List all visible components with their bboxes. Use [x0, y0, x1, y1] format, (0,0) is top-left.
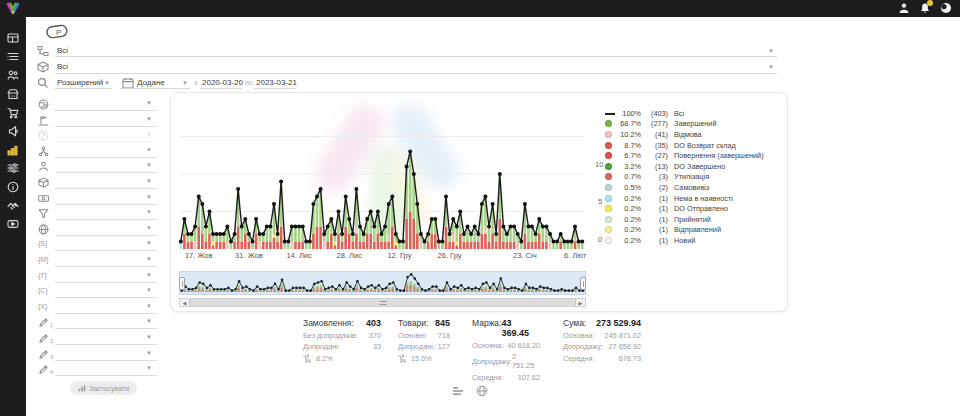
chevron-down-icon: ▼ — [146, 272, 152, 278]
legend-percent: 6.7% — [615, 151, 641, 160]
legend-item[interactable]: 10.2%(41)Відмова — [605, 129, 783, 140]
dropdown-field[interactable] — [55, 219, 157, 220]
sidebar-item-dashboard[interactable] — [0, 29, 26, 48]
legend-percent: 0.2% — [615, 204, 641, 213]
list-view-icon[interactable] — [452, 385, 464, 397]
dropdown-field[interactable] — [55, 157, 157, 158]
legend-label: Утилізація — [674, 172, 709, 181]
legend-item[interactable]: 3.2%(13)DO Завершено — [605, 161, 783, 172]
x-tick-label: 31. Жов — [235, 251, 263, 260]
dropdown-field[interactable] — [55, 360, 157, 361]
legend-item[interactable]: 0.5%(2)Самовивіз — [605, 182, 783, 193]
legend-dot-swatch — [605, 120, 615, 127]
orders-timeline-chart[interactable] — [179, 101, 593, 259]
date-from-input[interactable]: 2020-03-20 — [202, 78, 243, 87]
partners — [7, 200, 19, 212]
search-mode-select[interactable]: Розширений — [57, 78, 103, 87]
dropdown-field[interactable] — [55, 344, 157, 345]
stat-sub-row: Допродажу:27 658.92 — [563, 342, 641, 351]
chevron-down-icon: ▼ — [146, 194, 152, 200]
stat-sub-row: Основні:718 — [398, 331, 450, 340]
legend-percent: 100% — [615, 109, 641, 118]
stat-title: Сума: — [563, 318, 586, 328]
dropdown-field[interactable] — [55, 375, 157, 376]
dropdown-field[interactable] — [55, 188, 157, 189]
dropdown-field[interactable] — [55, 204, 157, 205]
dropdown-field[interactable] — [55, 328, 157, 329]
legend-item[interactable]: 0.2%(1)Прийнятий — [605, 214, 783, 225]
sidebar-item-store[interactable] — [0, 85, 26, 104]
dropdown-field[interactable] — [55, 266, 157, 267]
avatar-icon[interactable] — [940, 2, 952, 14]
dropdown-field[interactable] — [55, 235, 157, 236]
legend-item[interactable]: 68.7%(277)Завершений — [605, 119, 783, 130]
chart-legend: 100%(403)Всі68.7%(277)Завершений10.2%(41… — [605, 108, 783, 246]
legend-dot-swatch — [605, 152, 615, 159]
legend-item[interactable]: 100%(403)Всі — [605, 108, 783, 119]
legend-item[interactable]: 0.2%(1)Новий — [605, 235, 783, 246]
stat-sub-row: 8.2% — [303, 354, 381, 363]
sidebar-item-users[interactable] — [0, 66, 26, 85]
date-field-select[interactable]: Додане — [137, 78, 165, 87]
stat-sub-value: 107.62 — [518, 373, 540, 382]
chat-p-icon[interactable]: P — [44, 24, 70, 40]
chevron-down-icon: ▼ — [146, 240, 152, 246]
sidebar-item-partners[interactable] — [0, 196, 26, 215]
globe-marker-icon — [38, 99, 49, 110]
legend-percent: 0.5% — [615, 183, 641, 192]
question-icon — [38, 130, 49, 141]
user-icon[interactable] — [898, 2, 910, 14]
legend-item[interactable]: 0.2%(1)Відправлений — [605, 225, 783, 236]
apply-filters-button[interactable]: Застосувати — [70, 381, 137, 395]
sidebar-item-cart[interactable] — [0, 103, 26, 122]
dropdown-field[interactable] — [55, 297, 157, 298]
chart-icon — [78, 384, 86, 392]
navigator-left-handle[interactable] — [179, 277, 185, 290]
sidebar-item-announcements[interactable] — [0, 122, 26, 141]
dropdown-field[interactable] — [55, 141, 157, 142]
legend-count: (1) — [641, 225, 668, 234]
dropdown-field[interactable] — [55, 282, 157, 283]
sidebar-item-video-tutorials[interactable] — [0, 215, 26, 234]
chart-scrollbar[interactable]: ◀ ▶ — [179, 298, 586, 307]
scrollbar-thumb[interactable] — [189, 299, 576, 306]
orders-list — [7, 51, 19, 63]
navigator-right-handle[interactable] — [580, 277, 586, 290]
dropdown-field[interactable] — [55, 313, 157, 314]
dropdown-field[interactable] — [55, 172, 157, 173]
globe-view-icon[interactable] — [476, 385, 488, 397]
legend-dot-swatch — [605, 226, 615, 233]
legend-count: (13) — [641, 162, 668, 171]
x-tick-label: 28. Лис — [337, 251, 362, 260]
chart-navigator[interactable] — [179, 271, 586, 295]
chevron-down-icon: ▼ — [146, 131, 152, 137]
bell-icon[interactable] — [919, 2, 931, 14]
app-logo-icon[interactable] — [6, 2, 20, 15]
legend-item[interactable]: 0.2%(1)Нема в наявності — [605, 193, 783, 204]
settings-sliders — [7, 162, 19, 174]
sidebar-item-orders-list[interactable] — [0, 48, 26, 67]
dropdown-field[interactable] — [55, 110, 157, 111]
legend-percent: 0.2% — [615, 236, 641, 245]
users — [7, 69, 19, 81]
scroll-left-arrow-icon[interactable]: ◀ — [180, 299, 189, 306]
sidebar-item-info[interactable] — [0, 178, 26, 197]
legend-item[interactable]: 0.2%(1)DO Отправлено — [605, 203, 783, 214]
stat-sub-value: 245 871.02 — [604, 331, 641, 340]
scroll-right-arrow-icon[interactable]: ▶ — [576, 299, 585, 306]
dropdown-field[interactable] — [55, 250, 157, 251]
legend-item[interactable]: 8.7%(35)DO Возврат склад — [605, 140, 783, 151]
sidebar-item-settings-sliders[interactable] — [0, 159, 26, 178]
dropdown-field[interactable] — [55, 126, 157, 127]
search-icon[interactable] — [37, 77, 49, 89]
network-icon — [38, 146, 49, 157]
sidebar-item-analytics[interactable] — [0, 141, 26, 160]
date-to-input[interactable]: 2023-03-21 — [256, 78, 297, 87]
stat-sub-row: Основна:245 871.02 — [563, 331, 641, 340]
store — [7, 88, 19, 100]
cart — [7, 107, 19, 119]
stat-sub-label: Допродажу: — [472, 357, 512, 366]
legend-item[interactable]: 6.7%(27)Повернення (завершений) — [605, 150, 783, 161]
stat-sub-value: 370 — [369, 331, 381, 340]
legend-item[interactable]: 0.7%(3)Утилізація — [605, 172, 783, 183]
